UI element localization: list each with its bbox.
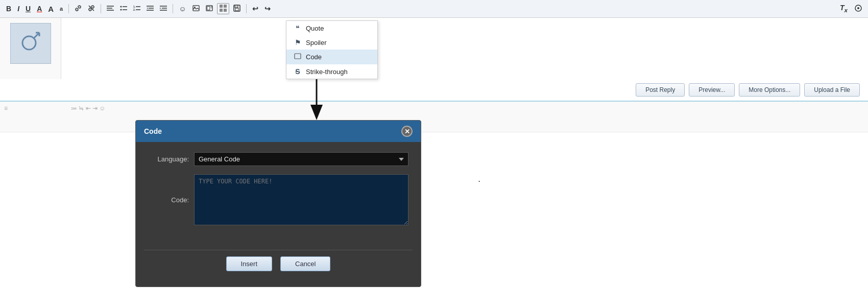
svg-rect-27 bbox=[224, 9, 227, 12]
underline-button[interactable]: U bbox=[23, 4, 33, 13]
language-select[interactable]: General Code JavaScript Python CSS HTML … bbox=[194, 152, 408, 166]
font-size-down-button[interactable]: a bbox=[58, 5, 65, 13]
dropdown-item-quote[interactable]: ❝ Quote bbox=[286, 21, 377, 35]
more-options-button[interactable]: More Options... bbox=[739, 83, 800, 97]
arrow-svg bbox=[306, 74, 327, 120]
code-label: Code: bbox=[148, 196, 189, 204]
svg-rect-24 bbox=[220, 5, 223, 8]
preview-button[interactable]: Preview... bbox=[689, 83, 735, 97]
image-button[interactable] bbox=[190, 4, 202, 13]
toolbar-right: Tx bbox=[838, 3, 864, 14]
editor-body bbox=[0, 18, 868, 79]
media-button[interactable] bbox=[204, 4, 215, 13]
svg-rect-26 bbox=[220, 9, 223, 12]
font-size-up-button[interactable]: A bbox=[46, 4, 56, 14]
separator-3 bbox=[173, 4, 173, 13]
indent-less-button[interactable] bbox=[144, 4, 156, 13]
dropdown-item-strikethrough[interactable]: S Strike-through bbox=[286, 64, 377, 79]
undo-button[interactable]: ↩ bbox=[250, 4, 260, 13]
text-area-container bbox=[61, 18, 868, 79]
svg-point-4 bbox=[120, 6, 122, 8]
secondary-align-btn: ≡ bbox=[4, 105, 8, 112]
dialog-body: Language: General Code JavaScript Python… bbox=[136, 142, 421, 244]
action-row: Post Reply Preview... More Options... Up… bbox=[0, 79, 868, 101]
bold-button[interactable]: B bbox=[4, 4, 13, 13]
clear-format-button[interactable]: Tx bbox=[838, 3, 850, 14]
dropdown-item-code[interactable]: Code bbox=[286, 50, 377, 64]
avatar-area bbox=[0, 18, 61, 79]
dialog-close-button[interactable]: ✕ bbox=[401, 126, 413, 137]
code-input[interactable] bbox=[194, 174, 408, 225]
font-color-button[interactable]: A bbox=[35, 4, 44, 13]
language-row: Language: General Code JavaScript Python… bbox=[148, 152, 408, 166]
emoji-button[interactable]: ☺ bbox=[177, 4, 188, 13]
avatar-box bbox=[10, 23, 51, 64]
secondary-toolbar-area: ≡ ≔ ≒ ⇤ ⇥ ☺ bbox=[0, 102, 868, 132]
spoiler-label: Spoiler bbox=[306, 39, 326, 46]
spoiler-icon: ⚑ bbox=[294, 38, 302, 46]
numbered-list-button[interactable]: 1.2. bbox=[131, 4, 142, 13]
avatar-icon bbox=[18, 29, 43, 59]
strikethrough-label: Strike-through bbox=[306, 68, 348, 76]
separator-4 bbox=[246, 4, 247, 13]
save-draft-button[interactable] bbox=[231, 4, 243, 14]
source-button[interactable] bbox=[853, 4, 864, 14]
dialog-footer: Insert Cancel bbox=[136, 256, 421, 271]
post-reply-button[interactable]: Post Reply bbox=[636, 83, 685, 97]
svg-rect-21 bbox=[207, 7, 209, 10]
dropdown-menu: ❝ Quote ⚑ Spoiler Code S Strike-through bbox=[286, 20, 378, 79]
indent-more-button[interactable] bbox=[158, 4, 169, 13]
svg-rect-29 bbox=[235, 5, 238, 8]
svg-text:2.: 2. bbox=[133, 8, 136, 11]
separator-2 bbox=[101, 4, 101, 13]
svg-point-32 bbox=[857, 7, 859, 9]
svg-rect-30 bbox=[235, 8, 238, 11]
insert-button[interactable]: Insert bbox=[226, 256, 273, 271]
dropdown-item-spoiler[interactable]: ⚑ Spoiler bbox=[286, 35, 377, 50]
cancel-button[interactable]: Cancel bbox=[280, 256, 330, 271]
arrow-container bbox=[306, 74, 327, 122]
svg-point-6 bbox=[120, 9, 122, 11]
editor-content[interactable] bbox=[65, 22, 864, 63]
code-dialog: Code ✕ Language: General Code JavaScript… bbox=[135, 120, 421, 287]
code-label: Code bbox=[306, 53, 322, 61]
separator-1 bbox=[68, 4, 69, 13]
svg-line-34 bbox=[34, 33, 39, 38]
editor-area: B I U A A a 1.2. bbox=[0, 0, 868, 102]
code-row: Code: bbox=[148, 174, 408, 225]
bullet-dot: • bbox=[478, 179, 480, 183]
svg-marker-39 bbox=[310, 105, 323, 120]
dialog-title: Code bbox=[144, 127, 162, 135]
secondary-list-btns: ≔ ≒ ⇤ ⇥ ☺ bbox=[71, 105, 106, 112]
quote-icon: ❝ bbox=[294, 24, 302, 32]
strikethrough-icon: S bbox=[294, 67, 302, 76]
special-insert-button[interactable] bbox=[217, 3, 229, 14]
redo-button[interactable]: ↪ bbox=[262, 4, 273, 13]
close-icon: ✕ bbox=[404, 128, 410, 135]
language-label: Language: bbox=[148, 155, 189, 163]
link-button[interactable] bbox=[73, 4, 84, 14]
quote-label: Quote bbox=[306, 25, 324, 32]
svg-rect-25 bbox=[224, 5, 227, 8]
unlink-button[interactable] bbox=[86, 4, 97, 14]
svg-rect-37 bbox=[295, 54, 301, 59]
secondary-toolbar: ≡ ≔ ≒ ⇤ ⇥ ☺ bbox=[0, 102, 868, 115]
dialog-header: Code ✕ bbox=[136, 121, 421, 142]
bullet-list-button[interactable] bbox=[118, 4, 129, 13]
dialog-divider bbox=[144, 250, 413, 250]
upload-file-button[interactable]: Upload a File bbox=[804, 83, 860, 97]
toolbar: B I U A A a 1.2. bbox=[0, 0, 868, 18]
code-icon bbox=[294, 53, 302, 61]
italic-button[interactable]: I bbox=[15, 4, 21, 13]
align-button[interactable] bbox=[105, 4, 116, 13]
